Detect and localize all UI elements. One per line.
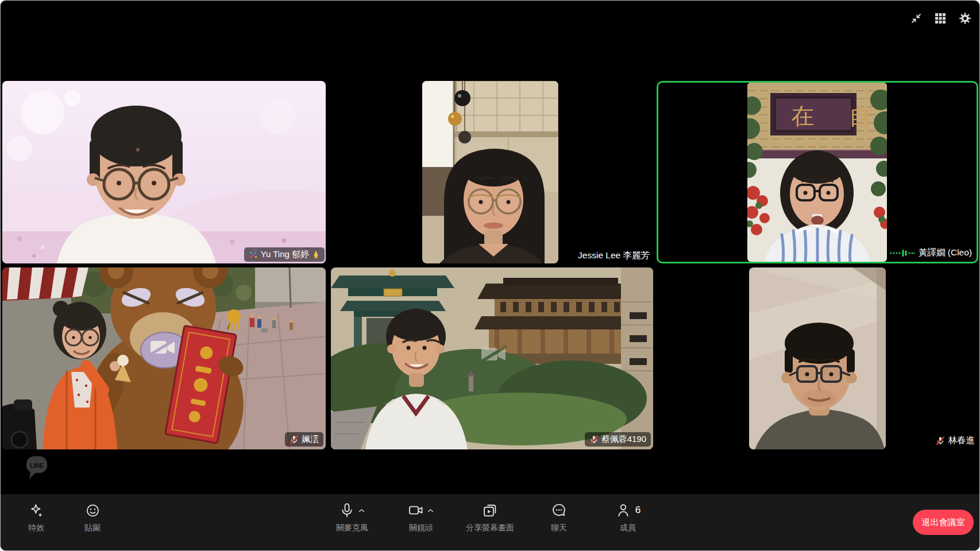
share-screen-button[interactable]: 分享螢幕畫面 [456, 502, 524, 533]
mic-muted-icon [589, 435, 599, 444]
members-count: 6 [635, 505, 641, 516]
participant-name-label: 林春進 [936, 434, 975, 447]
folded-hands-emoji-icon [312, 250, 320, 259]
person-icon [615, 502, 631, 518]
meeting-window: Yu Ting 郁婷 [0, 0, 980, 551]
participant-name-label: 蔡佩蓉4190 [585, 432, 651, 447]
smiley-icon [85, 503, 101, 518]
chat-label: 聊天 [551, 523, 567, 533]
shrink-icon[interactable] [910, 13, 922, 24]
share-screen-label: 分享螢幕畫面 [466, 523, 514, 533]
video-feed-jessie-lee [422, 81, 558, 263]
participant-name: 蔡佩蓉4190 [601, 434, 646, 445]
video-feed-lin-chunjin [749, 267, 886, 449]
participant-name-label: Jessie Lee 李麗芳 [578, 250, 650, 262]
participant-name-label: 姵澐 [285, 432, 323, 447]
camera-icon [408, 502, 424, 518]
mic-muted-icon [290, 435, 299, 444]
members-button[interactable]: 6 成員 [593, 502, 662, 533]
video-feed-yu-ting [2, 81, 326, 263]
video-feed-tsai-peijung [331, 267, 653, 449]
video-tile-yu-ting[interactable]: Yu Ting 郁婷 [2, 81, 326, 263]
mic-options-chevron-icon[interactable] [358, 507, 365, 514]
microphone-icon [339, 502, 355, 518]
effects-label: 特效 [28, 523, 44, 533]
video-tile-peiyun[interactable]: 姵澐 [2, 267, 326, 449]
participant-name: Yu Ting 郁婷 [261, 249, 309, 260]
effects-confetti-icon [249, 250, 258, 259]
participant-name-label: 黃譯嫺 (Cleo) [890, 247, 972, 259]
participant-name: Jessie Lee 李麗芳 [578, 250, 650, 262]
participant-name: 姵澐 [302, 434, 319, 445]
grid-view-icon[interactable] [935, 13, 946, 24]
video-feed-peiyun [2, 267, 326, 449]
participant-name: 黃譯嫺 (Cleo) [919, 247, 972, 259]
video-tile-lin-chunjin[interactable]: 林春進 [657, 267, 978, 449]
sparkle-icon [29, 503, 44, 518]
share-screen-icon [482, 502, 498, 518]
leave-meeting-button[interactable]: 退出會議室 [913, 510, 974, 535]
video-tile-jessie-lee[interactable]: Jessie Lee 李麗芳 [328, 81, 653, 263]
effects-button[interactable]: 特效 [18, 502, 55, 533]
line-logo-text: LINE [30, 462, 44, 469]
members-label: 成員 [620, 523, 636, 533]
speaking-waveform-icon [890, 250, 915, 257]
camera-options-chevron-icon[interactable] [427, 507, 434, 514]
camera-toggle-button[interactable]: 關鏡頭 [387, 502, 456, 533]
stickers-label: 貼圖 [84, 523, 101, 533]
line-logo-watermark: LINE [26, 456, 48, 482]
video-tile-tsai-peijung[interactable]: 蔡佩蓉4190 [331, 267, 653, 449]
video-feed-cleo: 在 自 [747, 83, 887, 262]
camera-label: 關鏡頭 [409, 523, 433, 533]
meeting-toolbar: 特效 貼圖 [1, 494, 979, 550]
video-tile-cleo-active-speaker[interactable]: 在 自 [657, 81, 978, 263]
mic-toggle-button[interactable]: 關麥克風 [318, 502, 387, 533]
stickers-button[interactable]: 貼圖 [74, 502, 111, 533]
mic-muted-icon [936, 436, 945, 445]
window-controls [910, 12, 971, 25]
chat-bubble-icon [551, 502, 567, 518]
chat-button[interactable]: 聊天 [524, 502, 593, 533]
participant-name-label: Yu Ting 郁婷 [244, 247, 325, 262]
settings-gear-icon[interactable] [959, 12, 971, 25]
participant-name: 林春進 [948, 434, 975, 447]
mic-label: 關麥克風 [336, 523, 368, 533]
wall-plaque-text: 在 自 [791, 103, 886, 129]
